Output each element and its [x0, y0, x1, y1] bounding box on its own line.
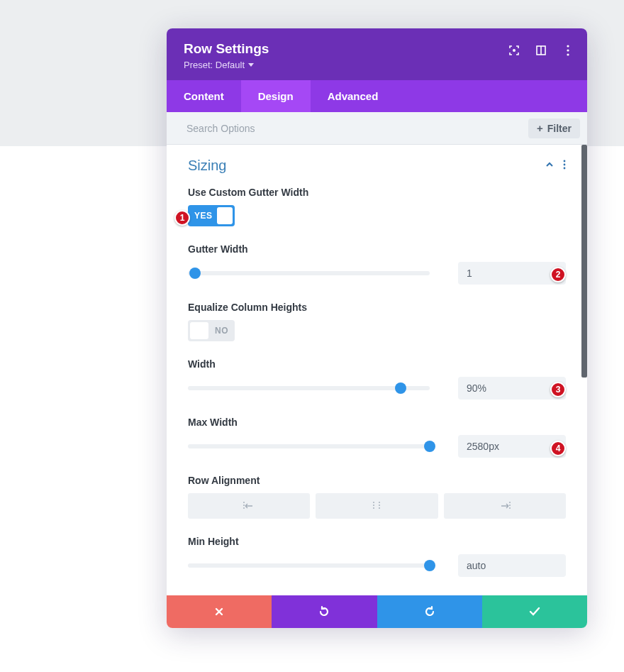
value-min-height[interactable]: auto [458, 554, 566, 577]
tabs: Content Design Advanced [167, 80, 587, 112]
value-text: 1 [467, 268, 472, 279]
row-settings-modal: Row Settings Preset: Default [167, 28, 587, 628]
svg-point-6 [564, 160, 566, 162]
field-max-width: Max Width 2580px [188, 417, 566, 458]
align-left-button[interactable] [188, 493, 310, 519]
slider-max-width[interactable] [188, 440, 430, 453]
scrollbar[interactable] [581, 145, 587, 378]
columns-icon[interactable] [535, 44, 547, 57]
slider-gutter-width[interactable] [188, 267, 430, 280]
value-text: 90% [467, 382, 486, 394]
more-vert-icon[interactable] [562, 44, 574, 57]
toggle-knob [190, 322, 208, 339]
tab-content[interactable]: Content [167, 80, 241, 112]
search-bar: + Filter [167, 112, 587, 145]
preset-value: Default [216, 60, 245, 70]
modal-footer [167, 595, 587, 628]
field-label: Height [188, 594, 566, 595]
callout-badge-4: 4 [550, 441, 566, 456]
field-label: Min Height [188, 536, 566, 547]
toggle-label: NO [211, 326, 233, 336]
field-label: Width [188, 358, 566, 370]
svg-point-0 [513, 49, 516, 52]
focus-icon[interactable] [508, 44, 520, 57]
field-min-height: Min Height auto [188, 536, 566, 577]
field-row-alignment: Row Alignment [188, 475, 566, 519]
field-label: Use Custom Gutter Width [188, 187, 566, 198]
svg-point-3 [567, 45, 569, 47]
slider-min-height[interactable] [188, 559, 430, 572]
preset-label: Preset: [184, 60, 213, 70]
field-label: Row Alignment [188, 475, 566, 486]
caret-down-icon [248, 63, 254, 67]
field-height: Height [188, 594, 566, 595]
slider-thumb[interactable] [395, 382, 406, 394]
tab-advanced[interactable]: Advanced [311, 80, 396, 112]
toggle-use-custom-gutter-width[interactable]: YES [188, 205, 235, 226]
search-input[interactable] [186, 123, 528, 134]
callout-badge-1: 1 [174, 210, 190, 226]
save-button[interactable] [482, 595, 587, 628]
align-right-button[interactable] [444, 493, 566, 519]
svg-point-8 [564, 167, 566, 169]
svg-point-7 [564, 163, 566, 165]
value-text: auto [467, 560, 486, 571]
modal-body[interactable]: Sizing Use Custom Gutter Width YES [167, 145, 587, 595]
field-equalize-heights: Equalize Column Heights NO [188, 302, 566, 341]
undo-button[interactable] [272, 595, 377, 628]
field-width: Width 90% [188, 358, 566, 400]
chevron-up-icon[interactable] [545, 160, 555, 172]
slider-thumb[interactable] [424, 560, 435, 571]
value-text: 2580px [467, 441, 499, 452]
toggle-label: YES [190, 211, 217, 221]
section-header-sizing[interactable]: Sizing [188, 158, 566, 174]
section-more-icon[interactable] [563, 160, 566, 172]
align-center-button[interactable] [316, 493, 438, 519]
slider-thumb[interactable] [424, 441, 435, 452]
field-use-custom-gutter-width: Use Custom Gutter Width YES [188, 187, 566, 226]
cancel-button[interactable] [167, 595, 272, 628]
slider-width[interactable] [188, 382, 430, 395]
redo-button[interactable] [377, 595, 482, 628]
toggle-knob [217, 207, 233, 224]
callout-badge-3: 3 [550, 382, 566, 397]
filter-label: Filter [547, 123, 572, 134]
svg-point-4 [567, 49, 569, 51]
preset-selector[interactable]: Preset: Default [184, 60, 570, 70]
tab-design[interactable]: Design [241, 80, 311, 112]
plus-icon: + [537, 123, 543, 133]
modal-header: Row Settings Preset: Default [167, 28, 587, 80]
toggle-equalize-heights[interactable]: NO [188, 320, 235, 341]
field-label: Max Width [188, 417, 566, 428]
filter-button[interactable]: + Filter [528, 119, 580, 138]
header-actions [508, 44, 574, 57]
svg-point-5 [567, 53, 569, 55]
section-title: Sizing [188, 158, 226, 174]
field-label: Gutter Width [188, 243, 566, 255]
field-label: Equalize Column Heights [188, 302, 566, 313]
field-gutter-width: Gutter Width 1 [188, 243, 566, 285]
slider-thumb[interactable] [189, 268, 201, 279]
callout-badge-2: 2 [550, 267, 566, 282]
